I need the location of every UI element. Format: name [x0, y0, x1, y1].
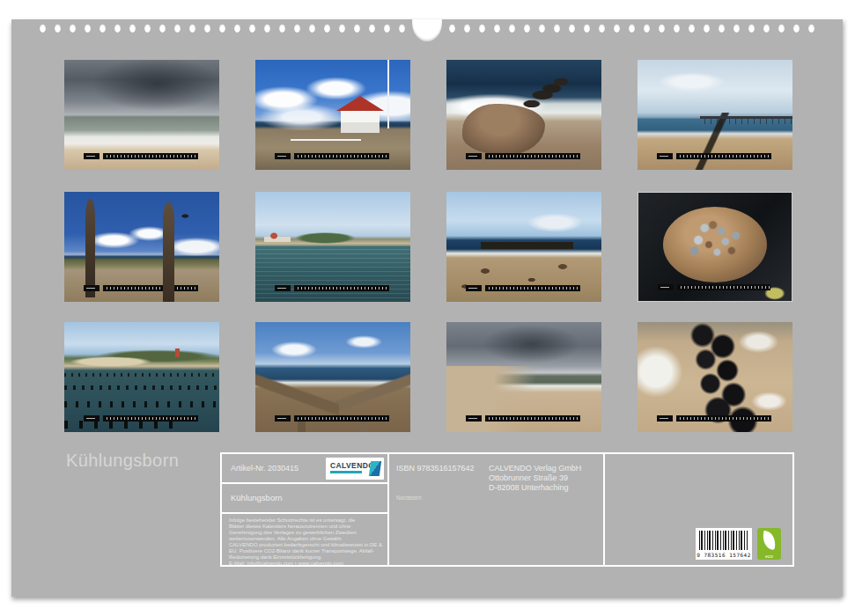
binding-hole — [384, 24, 390, 33]
month-label-box — [84, 285, 100, 291]
article-number: Artikel-Nr. 2030415 — [231, 464, 299, 473]
month-label-box — [275, 285, 291, 291]
table-divider — [222, 512, 387, 514]
calendar-photo-3 — [446, 60, 601, 170]
calendar-name: Kühlungsborn — [231, 493, 283, 502]
binding-hole — [279, 24, 285, 33]
binding-hole — [159, 24, 166, 33]
binding-hole — [599, 24, 605, 33]
month-caption-bar — [466, 415, 580, 422]
binding-hole — [129, 24, 136, 33]
table-divider — [387, 454, 389, 565]
binding-hole — [114, 24, 121, 33]
month-caption-bar — [84, 415, 198, 422]
binding-hole — [554, 24, 560, 33]
month-label-box — [657, 415, 673, 422]
binding-hole — [748, 24, 755, 33]
binding-hole — [369, 24, 375, 33]
binding-hole — [55, 24, 61, 33]
binding-hole — [494, 24, 500, 33]
month-caption-bar — [275, 153, 389, 159]
calendar-photo-9 — [64, 322, 219, 432]
calvendo-logo-text: CALVENDO — [330, 461, 374, 470]
mini-calendar-strip — [103, 153, 198, 159]
barcode-bars — [699, 531, 748, 550]
binding-hole — [704, 24, 710, 33]
mini-calendar-strip — [676, 415, 771, 422]
month-label-box — [275, 415, 291, 422]
month-label-box — [658, 284, 674, 290]
binding-hole — [524, 24, 530, 33]
binding-hole — [324, 24, 330, 33]
month-label-box — [84, 415, 100, 422]
table-divider — [603, 454, 605, 565]
mini-calendar-strip — [485, 153, 580, 159]
month-label-box — [466, 285, 482, 291]
calendar-back-page: Kühlungsborn Artikel-Nr. 2030415 CALVEND… — [11, 19, 843, 597]
leaf-icon — [762, 531, 778, 550]
calendar-photo-8 — [638, 192, 792, 302]
eco-badge-label: eco — [757, 554, 781, 559]
calendar-photo-2 — [255, 60, 410, 170]
calendar-photo-7 — [446, 192, 601, 302]
binding-hole — [174, 24, 181, 33]
binding-hole — [449, 24, 455, 33]
binding-hole — [309, 24, 315, 33]
binding-hole — [629, 24, 635, 33]
month-label-box — [466, 153, 482, 159]
binding-hole — [399, 24, 405, 33]
legal-text: Infolge bestehender Schutzrechte ist es … — [229, 517, 384, 565]
mini-calendar-strip — [677, 284, 770, 290]
month-caption-bar — [657, 153, 771, 159]
author-name: Nordstern — [396, 495, 422, 501]
binding-hole — [539, 24, 545, 33]
mini-calendar-strip — [103, 285, 198, 291]
binding-hole — [689, 24, 695, 33]
calendar-title: Kühlungsborn — [66, 451, 179, 471]
binding-hole — [70, 24, 76, 33]
imprint-table: Artikel-Nr. 2030415 CALVENDO Kühlungsbor… — [220, 452, 794, 567]
mini-calendar-strip — [485, 415, 580, 422]
mini-calendar-strip — [294, 153, 389, 159]
month-caption-bar — [84, 153, 198, 159]
calendar-photo-12 — [638, 322, 792, 432]
binding-hole — [509, 24, 515, 33]
calvendo-logo-icon — [369, 461, 381, 476]
barcode: 9 783516 157642 — [696, 528, 752, 560]
binding-hole — [808, 24, 814, 33]
mini-calendar-strip — [294, 285, 389, 291]
binding-hole — [569, 24, 575, 33]
binding-hole — [674, 24, 680, 33]
binding-hole — [40, 24, 46, 33]
binding-hole — [354, 24, 360, 33]
binding-hole — [264, 24, 270, 33]
binding-hole — [339, 24, 345, 33]
calendar-photo-11 — [446, 322, 601, 432]
binding-hole — [778, 24, 785, 33]
month-caption-bar — [466, 153, 580, 159]
binding-hole — [100, 24, 106, 33]
hanger-notch — [412, 19, 442, 41]
calvendo-logo: CALVENDO — [326, 458, 384, 480]
binding-hole — [479, 24, 485, 33]
mini-calendar-strip — [485, 285, 580, 291]
binding-hole — [644, 24, 650, 33]
binding-hole — [219, 24, 225, 33]
month-label-box — [657, 153, 673, 159]
binding-hole — [204, 24, 210, 33]
binding-hole — [294, 24, 300, 33]
calendar-photo-10 — [255, 322, 410, 432]
calendar-photo-4 — [638, 60, 792, 170]
publisher-address: CALVENDO Verlag GmbH Ottobrunner Straße … — [489, 464, 581, 493]
table-divider — [222, 482, 387, 484]
binding-hole — [144, 24, 151, 33]
mini-calendar-strip — [103, 415, 198, 422]
calendar-photo-5 — [64, 192, 219, 302]
month-label-box — [275, 153, 291, 159]
eco-badge: eco — [757, 528, 781, 560]
month-caption-bar — [658, 284, 770, 290]
calendar-photo-1 — [64, 60, 219, 170]
calvendo-logo-tagline — [330, 471, 362, 473]
binding-hole — [793, 24, 800, 33]
month-caption-bar — [275, 285, 389, 291]
